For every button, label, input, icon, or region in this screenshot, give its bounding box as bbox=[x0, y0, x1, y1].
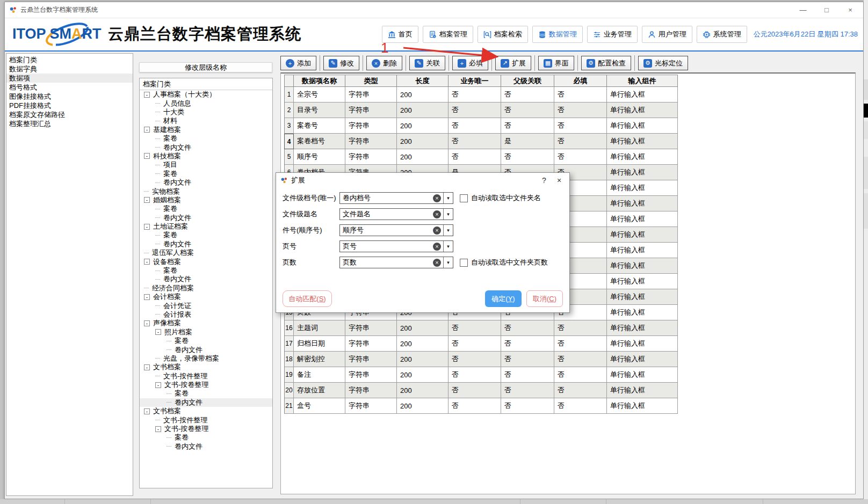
tree-collapse-icon[interactable]: - bbox=[144, 408, 150, 414]
tree-node[interactable]: 卷内文件 bbox=[140, 240, 272, 249]
interface-button[interactable]: ▦界面 bbox=[538, 56, 574, 70]
tree-node[interactable]: -基建档案 bbox=[140, 126, 272, 134]
tree-node[interactable]: 卷内文件 bbox=[140, 178, 272, 187]
clear-icon[interactable]: × bbox=[433, 227, 441, 235]
row-number-cell[interactable]: 21 bbox=[284, 398, 294, 414]
sidebar-item-archive-categories[interactable]: 档案门类 bbox=[6, 55, 133, 64]
dropdown-arrow-icon[interactable]: ▼ bbox=[443, 225, 453, 236]
row-number-cell[interactable]: 2 bbox=[284, 103, 294, 118]
table-row[interactable]: 17归档日期字符串200否否否单行输入框 bbox=[284, 336, 678, 352]
tree-collapse-icon[interactable]: - bbox=[144, 320, 150, 326]
clear-icon[interactable]: × bbox=[433, 243, 441, 251]
tree-node[interactable]: 案卷 bbox=[140, 389, 272, 398]
table-row[interactable]: 19备注字符串200否否否单行输入框 bbox=[284, 367, 678, 383]
tree-node[interactable]: 人员信息 bbox=[140, 99, 272, 107]
row-number-cell[interactable]: 19 bbox=[284, 367, 294, 383]
tree-node[interactable]: -文书档案 bbox=[140, 363, 272, 371]
tree-collapse-icon[interactable]: - bbox=[155, 382, 161, 388]
clear-icon[interactable]: × bbox=[433, 210, 441, 218]
tree-node[interactable]: 文书-按件整理 bbox=[140, 415, 272, 424]
modify-level-name-button[interactable]: 修改层级名称 bbox=[139, 62, 272, 72]
tree-node[interactable]: 案卷 bbox=[140, 266, 272, 275]
tree-collapse-icon[interactable]: - bbox=[144, 92, 150, 98]
sidebar-item-image-attach-format[interactable]: 图像挂接格式 bbox=[6, 92, 133, 101]
row-number-cell[interactable]: 20 bbox=[284, 383, 294, 398]
tree-node[interactable]: 卷内文件 bbox=[140, 345, 272, 354]
dropdown-arrow-icon[interactable]: ▼ bbox=[443, 209, 453, 220]
tree-node[interactable]: 案卷 bbox=[140, 170, 272, 178]
tree-node[interactable]: 案卷 bbox=[140, 433, 272, 442]
tree-node[interactable]: -文书-按卷整理 bbox=[140, 381, 272, 389]
tree-node[interactable]: -设备档案 bbox=[140, 257, 272, 266]
clear-icon[interactable]: × bbox=[433, 259, 441, 267]
row-number-cell[interactable]: 1 bbox=[284, 87, 294, 103]
tree-node[interactable]: 退伍军人档案 bbox=[140, 249, 272, 257]
sidebar-item-data-items[interactable]: 数据项 bbox=[6, 74, 133, 83]
tree-node[interactable]: -婚姻档案 bbox=[140, 196, 272, 204]
modify-button[interactable]: ✎修改 bbox=[323, 56, 359, 70]
tree-node[interactable]: -土地证档案 bbox=[140, 222, 272, 231]
tree-collapse-icon[interactable]: - bbox=[155, 426, 161, 432]
nav-system-management[interactable]: 系统管理 bbox=[697, 26, 747, 43]
row-number-cell[interactable]: 4 bbox=[284, 134, 294, 149]
sidebar-item-pdf-attach-format[interactable]: PDF挂接格式 bbox=[6, 101, 133, 110]
row-number-cell[interactable]: 5 bbox=[284, 149, 294, 165]
table-row[interactable]: 2目录号字符串200否否否单行输入框 bbox=[284, 103, 678, 118]
maximize-button[interactable]: □ bbox=[815, 2, 838, 17]
table-row[interactable]: 1全宗号字符串200否否否单行输入框 bbox=[284, 87, 678, 103]
auto-match-button[interactable]: 自动匹配(S) bbox=[283, 290, 332, 307]
tree-node[interactable]: 案卷 bbox=[140, 204, 272, 213]
tree-node[interactable]: 案卷 bbox=[140, 231, 272, 239]
tree-node[interactable]: 案卷 bbox=[140, 134, 272, 143]
config-check-button[interactable]: ⚙配置检查 bbox=[581, 56, 631, 70]
tree-node[interactable]: -文书-按卷整理 bbox=[140, 425, 272, 433]
ok-button[interactable]: 确定(Y) bbox=[485, 290, 522, 307]
table-row[interactable]: 5顺序号字符串200否否否单行输入框 bbox=[284, 149, 678, 165]
sidebar-item-archive-arrangement-summary[interactable]: 档案整理汇总 bbox=[6, 119, 133, 128]
sidebar-item-original-storage-path[interactable]: 档案原文存储路径 bbox=[6, 110, 133, 119]
tree-node[interactable]: 会计报表 bbox=[140, 310, 272, 319]
tree-node[interactable]: 实物档案 bbox=[140, 187, 272, 195]
table-row[interactable]: 16主题词字符串200否否否单行输入框 bbox=[284, 320, 678, 336]
tree-node[interactable]: 经济合同档案 bbox=[140, 284, 272, 293]
row-number-cell[interactable]: 3 bbox=[284, 118, 294, 134]
tree-node[interactable]: 卷内文件 bbox=[140, 213, 272, 222]
tree-node[interactable]: 材料 bbox=[140, 116, 272, 125]
dropdown-arrow-icon[interactable]: ▼ bbox=[443, 193, 453, 203]
tree-node[interactable]: 卷内文件 bbox=[140, 275, 272, 283]
clear-icon[interactable]: × bbox=[433, 194, 441, 202]
row-number-cell[interactable]: 16 bbox=[284, 320, 294, 336]
item-number-combobox[interactable]: 顺序号×▼ bbox=[339, 224, 453, 236]
tree-node[interactable]: 文书-按件整理 bbox=[140, 372, 272, 381]
tree-node[interactable]: 案卷 bbox=[140, 337, 272, 345]
nav-user-management[interactable]: 用户管理 bbox=[642, 26, 692, 43]
page-number-combobox[interactable]: 页号×▼ bbox=[339, 240, 453, 252]
tree-node[interactable]: -会计档案 bbox=[140, 293, 272, 301]
nav-data-management[interactable]: 数据管理 bbox=[532, 26, 583, 43]
tree-collapse-icon[interactable]: - bbox=[144, 224, 150, 230]
dialog-help-button[interactable]: ? bbox=[538, 174, 550, 186]
file-level-title-combobox[interactable]: 文件题名×▼ bbox=[339, 208, 453, 220]
table-row[interactable]: 20存放位置字符串200否否否单行输入框 bbox=[284, 383, 678, 398]
dropdown-arrow-icon[interactable]: ▼ bbox=[443, 257, 453, 268]
tree-node[interactable]: -声像档案 bbox=[140, 319, 272, 327]
tree-collapse-icon[interactable]: - bbox=[144, 127, 150, 133]
tree-node[interactable]: -照片档案 bbox=[140, 328, 272, 337]
tree-node[interactable]: 会计凭证 bbox=[140, 301, 272, 310]
tree-node[interactable]: 十大类 bbox=[140, 108, 272, 116]
row-number-cell[interactable]: 17 bbox=[284, 336, 294, 352]
tree-node[interactable]: -科技档案 bbox=[140, 152, 272, 160]
table-row[interactable]: 21盒号字符串200否否否单行输入框 bbox=[284, 398, 678, 414]
tree-node[interactable]: 项目 bbox=[140, 160, 272, 169]
dialog-close-icon[interactable]: × bbox=[553, 174, 565, 186]
table-row[interactable]: 18解密划控字符串200否否否单行输入框 bbox=[284, 352, 678, 367]
table-row[interactable]: 3案卷号字符串200否否否单行输入框 bbox=[284, 118, 678, 134]
close-button[interactable]: × bbox=[838, 2, 862, 17]
dropdown-arrow-icon[interactable]: ▼ bbox=[443, 241, 453, 252]
sidebar-item-data-dictionary[interactable]: 数据字典 bbox=[6, 64, 133, 74]
tree-node[interactable]: 卷内文件 bbox=[140, 398, 272, 407]
tree-node[interactable]: -人事档案（十大类） bbox=[140, 90, 272, 99]
page-count-combobox[interactable]: 页数×▼ bbox=[339, 257, 453, 268]
tree-collapse-icon[interactable]: - bbox=[144, 364, 150, 370]
nav-business-management[interactable]: 业务管理 bbox=[587, 26, 638, 43]
